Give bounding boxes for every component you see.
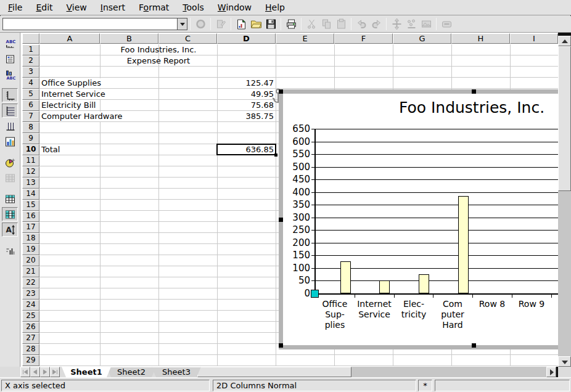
x-axis-category-label[interactable]: Row 8 (479, 299, 505, 309)
cell-d7[interactable]: 385.75 (217, 112, 274, 121)
menu-tools[interactable]: Tools (176, 1, 211, 14)
print-icon[interactable] (284, 17, 298, 31)
cell-a5[interactable]: Internet Service (40, 89, 107, 99)
row-header-8[interactable]: 8 (22, 122, 39, 133)
legend-on-off-button[interactable] (2, 52, 18, 66)
horizontal-grid-on-off-button[interactable] (2, 104, 18, 118)
axes-title-on-off-button[interactable]: ABC (2, 67, 18, 81)
row-header-26[interactable]: 26 (22, 322, 39, 333)
cell-cursor[interactable] (216, 144, 276, 155)
fill-handle[interactable] (274, 153, 277, 157)
row-header-29[interactable]: 29 (22, 355, 39, 366)
menu-help[interactable]: Help (258, 1, 292, 14)
row-header-15[interactable]: 15 (22, 200, 39, 211)
row-header-2[interactable]: 2 (22, 55, 39, 67)
open-icon[interactable] (249, 17, 263, 31)
menu-file[interactable]: File (1, 1, 29, 14)
horizontal-scroll-thumb[interactable] (197, 367, 351, 377)
y-axis-label[interactable]: 200 (286, 238, 310, 248)
new-document-icon[interactable] (234, 17, 249, 31)
row-header-18[interactable]: 18 (22, 233, 39, 244)
menu-format[interactable]: Format (132, 1, 176, 14)
row-header-22[interactable]: 22 (22, 277, 39, 288)
show-axis-descriptions-button[interactable] (2, 88, 18, 102)
vertical-grid-on-off-button[interactable] (2, 119, 18, 133)
x-axis-category-label[interactable]: Row 9 (519, 299, 544, 309)
row-header-14[interactable]: 14 (22, 189, 39, 200)
selection-handle[interactable] (472, 343, 476, 348)
column-header-C[interactable]: C (158, 33, 217, 44)
row-header-17[interactable]: 17 (22, 222, 39, 233)
last-sheet-button[interactable] (50, 367, 60, 377)
y-axis-label[interactable]: 50 (286, 276, 310, 285)
data-in-columns-button[interactable] (2, 207, 18, 221)
row-header-4[interactable]: 4 (22, 78, 39, 89)
selection-handle[interactable] (279, 218, 283, 222)
merged-title-cell[interactable]: Foo Industries, Inc. (100, 45, 217, 55)
cell-d5[interactable]: 49.95 (217, 89, 274, 99)
select-all-corner[interactable] (22, 33, 39, 44)
row-header-19[interactable]: 19 (22, 244, 39, 255)
row-header-20[interactable]: 20 (22, 255, 39, 266)
column-header-I[interactable]: I (510, 33, 558, 44)
row-header-28[interactable]: 28 (22, 344, 39, 355)
y-axis-label[interactable]: 250 (286, 225, 310, 235)
x-axis-category-label[interactable]: Com puter Hard (441, 299, 464, 330)
save-icon[interactable] (263, 17, 278, 31)
y-axis-label[interactable]: 0 (286, 288, 310, 298)
scroll-up-button[interactable] (558, 36, 571, 46)
menu-edit[interactable]: Edit (29, 1, 59, 14)
merged-title-cell[interactable]: Expense Report (100, 56, 217, 66)
row-header-27[interactable]: 27 (22, 333, 39, 344)
y-axis-label[interactable]: 450 (286, 174, 310, 184)
bar-3[interactable] (419, 274, 429, 293)
row-header-12[interactable]: 12 (22, 166, 39, 178)
cell-a4[interactable]: Office Supplies (40, 78, 102, 88)
menu-window[interactable]: Window (211, 1, 258, 14)
x-axis-category-label[interactable]: Office Sup- plies (322, 299, 348, 330)
y-axis-label[interactable]: 300 (286, 213, 310, 223)
row-header-5[interactable]: 5 (22, 89, 39, 100)
chart-object[interactable]: Foo Industries, Inc.05010015020025030035… (279, 89, 558, 349)
x-axis[interactable] (314, 293, 558, 295)
row-header-7[interactable]: 7 (22, 111, 39, 122)
row-header-24[interactable]: 24 (22, 300, 39, 311)
horizontal-scrollbar[interactable] (196, 367, 558, 377)
y-axis-label[interactable]: 650 (286, 124, 310, 134)
row-header-16[interactable]: 16 (22, 211, 39, 222)
y-axis-label[interactable]: 550 (286, 149, 310, 159)
title-on-off-button[interactable]: ABC (2, 36, 18, 51)
cell-a6[interactable]: Electricity Bill (40, 100, 97, 110)
spreadsheet-grid[interactable]: ABCDEFGHI1234567891011121314151617181920… (21, 33, 558, 367)
column-header-B[interactable]: B (100, 33, 158, 44)
row-header-1[interactable]: 1 (22, 44, 39, 55)
row-header-9[interactable]: 9 (22, 133, 39, 144)
vertical-scroll-thumb[interactable] (558, 46, 571, 191)
cell-a7[interactable]: Computer Hardware (40, 112, 124, 121)
scroll-right-button[interactable] (546, 367, 556, 377)
tab-sheet2[interactable]: Sheet2 (107, 367, 156, 377)
data-in-rows-button[interactable] (2, 192, 18, 206)
cell-a10[interactable]: Total (40, 145, 61, 155)
y-axis-label[interactable]: 600 (286, 137, 310, 147)
vertical-scrollbar[interactable] (558, 33, 571, 367)
automatic-layout-button[interactable] (2, 243, 18, 258)
autoformat-button[interactable] (2, 155, 18, 169)
selection-handle[interactable] (472, 89, 476, 94)
y-axis-label[interactable]: 100 (286, 263, 310, 273)
name-box-input[interactable] (3, 18, 177, 30)
column-header-E[interactable]: E (276, 33, 334, 44)
bar-2[interactable] (379, 280, 390, 293)
row-header-6[interactable]: 6 (22, 100, 39, 111)
scale-text-button[interactable]: A (2, 223, 18, 237)
menu-insert[interactable]: Insert (94, 1, 132, 14)
y-axis-label[interactable]: 400 (286, 187, 310, 197)
menu-view[interactable]: View (60, 1, 94, 14)
row-header-3[interactable]: 3 (22, 67, 39, 78)
row-header-11[interactable]: 11 (22, 155, 39, 166)
row-header-10[interactable]: 10 (22, 144, 39, 155)
column-header-F[interactable]: F (334, 33, 393, 44)
row-header-23[interactable]: 23 (22, 288, 39, 300)
bar-1[interactable] (340, 261, 351, 293)
edit-chart-type-button[interactable] (2, 134, 18, 149)
